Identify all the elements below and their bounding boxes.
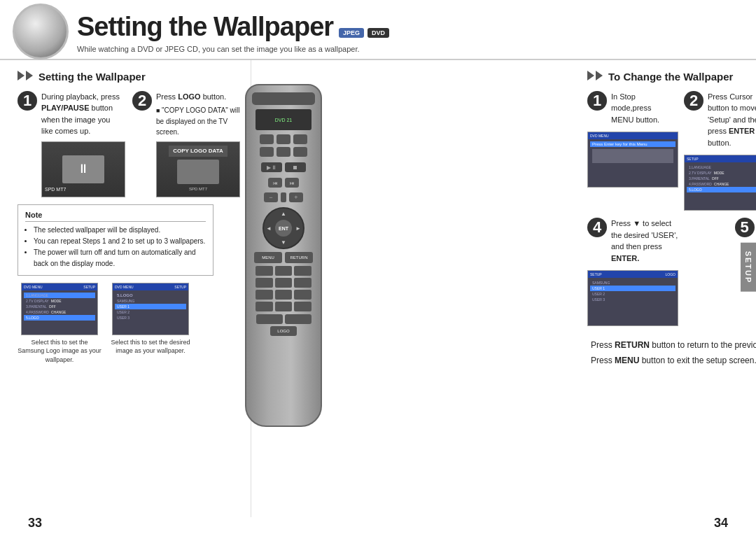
note-box: Note The selected wallpaper will be disp… xyxy=(18,204,214,276)
note-item-2: You can repeat Steps 1 and 2 to set up t… xyxy=(34,236,206,247)
step2-text1: Press xyxy=(156,92,178,101)
right-step4-text3: and then press xyxy=(611,242,662,251)
right-steps-123: 1 In Stop mode,press MENU button. DVD ME… xyxy=(587,91,756,211)
right-panel: To Change the Wallpaper 1 In Stop mode,p… xyxy=(573,60,756,517)
remote-num-5[interactable] xyxy=(275,278,293,288)
bottom-thumbs: DVD MENUSETUP 1.LANGUAGE 2.TV DISPLAYMOD… xyxy=(18,283,240,365)
remote-body: DVD 21 ▶⏸ ⏹ ⏮ ⏭ − + xyxy=(245,84,322,427)
remote-num-0[interactable] xyxy=(275,302,293,311)
remote-play-btn[interactable]: ▶⏸ xyxy=(261,162,282,172)
right-step4-number: 4 xyxy=(587,218,607,237)
remote-nav-btns: MENU RETURN xyxy=(252,252,315,263)
header-badges: JPEG DVD xyxy=(339,28,389,38)
right-section-title: To Change the Wallpaper xyxy=(587,71,756,83)
remote-num-hash[interactable] xyxy=(294,302,312,311)
remote-num-3[interactable] xyxy=(294,266,312,276)
remote-control: DVD 21 ▶⏸ ⏹ ⏮ ⏭ − + xyxy=(238,84,329,448)
thumb-item-1: DVD MENUSETUP 1.LANGUAGE 2.TV DISPLAYMOD… xyxy=(18,283,102,365)
remote-btn-3[interactable] xyxy=(293,134,307,144)
left-step-1: 1 During playback, press PLAY/PAUSE butt… xyxy=(18,91,125,197)
step1-text5: like comes up. xyxy=(41,127,90,135)
remote-num-9[interactable] xyxy=(294,290,312,300)
right-step4-text4: ENTER. xyxy=(611,254,639,262)
step2-content: Press LOGO button. ■ "COPY LOGO DATA" wi… xyxy=(156,91,240,197)
page-number-right: 34 xyxy=(714,516,728,531)
remote-prev-btn[interactable]: ⏮ xyxy=(268,178,282,188)
left-section-title-text: Setting the Wallpaper xyxy=(38,71,146,83)
header-subtitle: While watching a DVD or JPEG CD, you can… xyxy=(77,45,389,53)
remote-num-1[interactable] xyxy=(255,266,273,276)
step1-content: During playback, press PLAY/PAUSE button… xyxy=(41,91,125,197)
remote-num-4[interactable] xyxy=(255,278,273,288)
bottom-line-1: Press RETURN button to return to the pre… xyxy=(591,340,756,350)
right-step4-screen: SETUPLOGO SAMSUNG USER 1 USER 2 USER 3 xyxy=(587,270,678,326)
page-header: Setting the Wallpaper JPEG DVD While wat… xyxy=(0,0,756,60)
setup-tab: SETUP xyxy=(741,242,756,292)
remote-btn-4[interactable] xyxy=(260,147,274,157)
remote-stop-btn[interactable]: ⏹ xyxy=(285,162,306,172)
thumb-image-2: DVD MENUSETUP 5.LOGO SAMSUNG USER 1 USER… xyxy=(112,283,189,335)
bottom-info: Press RETURN button to return to the pre… xyxy=(587,340,756,365)
remote-dpad-circle[interactable]: ENT ▲ ▼ ◄ ► xyxy=(262,207,304,249)
note-list: The selected wallpaper will be displayed… xyxy=(25,225,206,269)
bottom-line-2: Press MENU button to exit the setup scre… xyxy=(591,356,756,365)
remote-center-btn[interactable] xyxy=(281,192,286,202)
remote-menu-btn[interactable]: MENU xyxy=(254,252,282,263)
remote-num-2[interactable] xyxy=(275,266,293,276)
remote-btn-6[interactable] xyxy=(293,147,307,157)
remote-num-6[interactable] xyxy=(294,278,312,288)
thumb-image-1: DVD MENUSETUP 1.LANGUAGE 2.TV DISPLAYMOD… xyxy=(21,283,98,335)
left-panel: Setting the Wallpaper 1 During playback,… xyxy=(0,60,251,517)
step1-number: 1 xyxy=(18,91,37,111)
right-step2-header: 2 Press Cursor ▼ button to move to 'Setu… xyxy=(684,91,756,149)
remote-num-7[interactable] xyxy=(255,290,273,300)
dvd-badge: DVD xyxy=(368,28,389,38)
remote-bottom-2[interactable] xyxy=(285,314,312,324)
remote-btn-5[interactable] xyxy=(276,147,290,157)
step1-text3: button xyxy=(89,104,113,112)
remote-btn-1[interactable] xyxy=(260,134,274,144)
step2-text3: button. xyxy=(201,92,227,101)
remote-btn-row-1 xyxy=(260,134,307,144)
remote-next-btn[interactable]: ⏭ xyxy=(285,178,299,188)
remote-return-btn[interactable]: RETURN xyxy=(285,252,313,263)
logo-circle xyxy=(13,3,69,59)
right-step1-text1: In Stop xyxy=(611,92,636,101)
remote-enter-btn[interactable]: ENT xyxy=(275,220,292,237)
remote-bottom-1[interactable] xyxy=(256,314,283,324)
menu-bold: MENU xyxy=(615,356,639,365)
remote-minus-btn[interactable]: − xyxy=(264,192,278,202)
right-step1-header: 1 In Stop mode,press MENU button. xyxy=(587,91,678,126)
remote-btn-2[interactable] xyxy=(276,134,290,144)
right-step2-text4: press xyxy=(708,127,729,135)
note-item-1: The selected wallpaper will be displayed… xyxy=(34,225,206,236)
right-step1-text3: MENU button. xyxy=(611,115,659,124)
thumb1-caption: Select this to set the Samsung Logo imag… xyxy=(18,338,102,365)
right-step4-text1: Press ▼ to select xyxy=(611,219,671,227)
right-arrow-icon1 xyxy=(587,71,603,83)
remote-bottom-logo[interactable]: LOGO xyxy=(270,326,297,336)
step1-image: ⏸ SPD MT7 xyxy=(41,141,125,197)
page-number-left: 33 xyxy=(28,516,42,531)
remote-screen: DVD 21 xyxy=(255,109,312,130)
right-step5-number: 5 xyxy=(735,218,755,237)
left-steps-row: 1 During playback, press PLAY/PAUSE butt… xyxy=(18,91,240,197)
page-numbers: 33 34 xyxy=(0,516,756,531)
right-steps-45: 4 Press ▼ to select the desired 'USER', … xyxy=(587,218,756,326)
note-title: Note xyxy=(25,211,206,222)
remote-plus-btn[interactable]: + xyxy=(289,192,303,202)
remote-top xyxy=(252,92,315,105)
step1-text2: PLAY/PAUSE xyxy=(41,104,89,112)
right-step2-text6: button. xyxy=(708,139,732,147)
right-step2-text2: button to move to xyxy=(708,104,756,112)
remote-num-star[interactable] xyxy=(255,302,273,311)
right-step4-header: 4 Press ▼ to select the desired 'USER', … xyxy=(587,218,724,264)
right-step-1: 1 In Stop mode,press MENU button. DVD ME… xyxy=(587,91,678,211)
right-step-2: 2 Press Cursor ▼ button to move to 'Setu… xyxy=(684,91,756,211)
remote-screen-text: DVD 21 xyxy=(275,118,293,122)
remote-num-8[interactable] xyxy=(275,290,293,300)
right-step1-content: In Stop mode,press MENU button. xyxy=(611,91,659,126)
left-section-title: Setting the Wallpaper xyxy=(18,71,240,83)
right-step2-content: Press Cursor ▼ button to move to 'Setup'… xyxy=(708,91,756,149)
header-title-group: Setting the Wallpaper JPEG DVD While wat… xyxy=(77,13,389,53)
